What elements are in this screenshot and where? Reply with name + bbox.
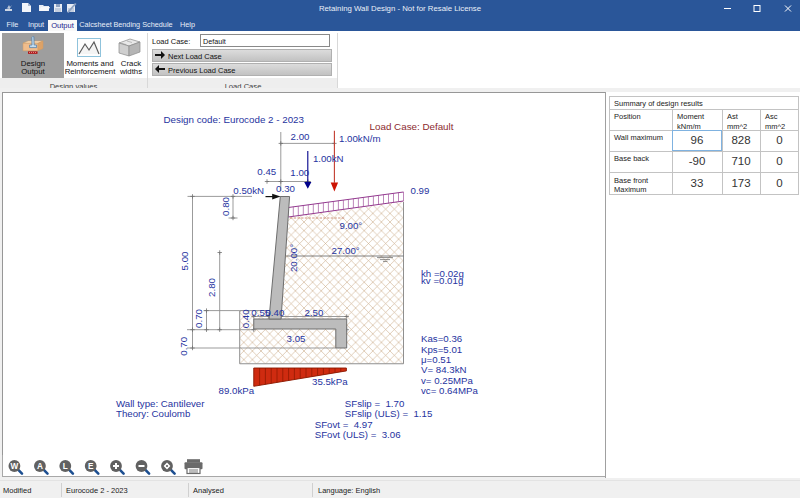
- svg-text:1.00kN: 1.00kN: [313, 153, 344, 164]
- svg-text:1.00: 1.00: [290, 167, 309, 178]
- svg-text:1.00kN/m: 1.00kN/m: [339, 133, 380, 144]
- svg-text:SFovt (ULS) = 3.06: SFovt (ULS) = 3.06: [315, 429, 401, 440]
- svg-text:20.00°: 20.00°: [288, 244, 299, 272]
- svg-text:SFslip = 1.70: SFslip = 1.70: [345, 398, 405, 409]
- svg-text:0.70: 0.70: [179, 336, 190, 355]
- svg-text:Theory: Coulomb: Theory: Coulomb: [116, 408, 190, 419]
- svg-text:0.70: 0.70: [193, 308, 204, 327]
- svg-text:Load Case: Default: Load Case: Default: [370, 121, 454, 132]
- svg-text:2.50: 2.50: [304, 307, 323, 318]
- svg-text:5.00: 5.00: [179, 251, 190, 270]
- svg-text:vc= 0.64MPa: vc= 0.64MPa: [421, 385, 478, 396]
- svg-text:Wall type: Cantilever: Wall type: Cantilever: [116, 398, 205, 409]
- svg-text:3.05: 3.05: [287, 333, 306, 344]
- svg-text:kv =0.01g: kv =0.01g: [421, 275, 463, 286]
- svg-text:SFslip (ULS) = 1.15: SFslip (ULS) = 1.15: [345, 408, 433, 419]
- svg-text:0.80: 0.80: [220, 196, 231, 215]
- svg-text:L: L: [63, 462, 68, 471]
- svg-text:0.99: 0.99: [411, 185, 430, 196]
- svg-text:0.45: 0.45: [257, 166, 276, 177]
- svg-text:27.00°: 27.00°: [332, 245, 360, 256]
- svg-text:89.0kPa: 89.0kPa: [219, 385, 255, 396]
- svg-text:Design code: Eurocode 2 - 2023: Design code: Eurocode 2 - 2023: [164, 114, 305, 125]
- svg-text:W: W: [11, 462, 19, 471]
- svg-text:0.40: 0.40: [240, 309, 251, 328]
- svg-text:E: E: [88, 462, 94, 471]
- svg-text:9.00°: 9.00°: [340, 220, 363, 231]
- svg-text:0.40: 0.40: [265, 307, 284, 318]
- svg-text:0.30: 0.30: [276, 183, 295, 194]
- svg-text:2.00: 2.00: [291, 131, 310, 142]
- svg-text:35.5kPa: 35.5kPa: [312, 376, 348, 387]
- svg-text:A: A: [37, 462, 43, 471]
- svg-text:2.80: 2.80: [206, 277, 217, 296]
- svg-text:0.50kN: 0.50kN: [233, 185, 264, 196]
